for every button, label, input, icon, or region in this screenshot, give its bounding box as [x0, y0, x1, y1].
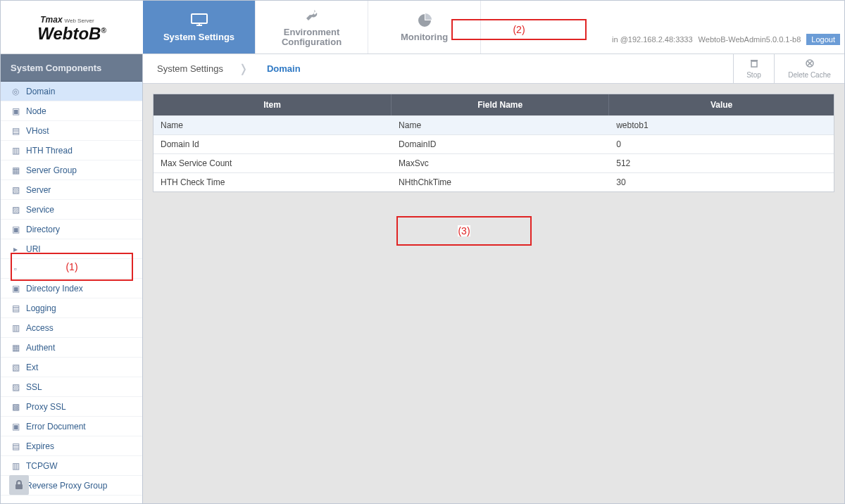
cell-field: Name [392, 116, 609, 134]
tab-environment-config[interactable]: Environment Configuration [256, 1, 368, 53]
wrench-icon [303, 8, 321, 23]
server-icon: ▧ [11, 185, 20, 195]
breadcrumb-current: Domain [251, 58, 313, 80]
lock-icon[interactable] [9, 475, 29, 495]
logout-button[interactable]: Logout [806, 34, 840, 45]
table-row[interactable]: Domain Id DomainID 0 [154, 134, 834, 153]
sidebar-item-service[interactable]: ▨Service [1, 200, 142, 220]
folder-icon: ▣ [11, 225, 20, 234]
sidebar-item-label: Authent [26, 343, 55, 353]
table-row[interactable]: Name Name webtob1 [154, 115, 834, 134]
svg-rect-2 [199, 23, 200, 25]
sidebar-item-access[interactable]: ▥Access [1, 318, 142, 338]
server-group-icon: ▦ [11, 165, 20, 175]
sidebar-item-label: Reverse Proxy Group [26, 481, 107, 491]
main-area: System Settings ❭ Domain Stop Delete Cac… [143, 54, 844, 503]
sidebar-item-label: Ext [26, 363, 38, 372]
breadcrumb-bar: System Settings ❭ Domain Stop Delete Cac… [143, 54, 844, 84]
tcpgw-icon: ▥ [11, 461, 20, 471]
ext-icon: ▧ [11, 363, 20, 372]
delete-cache-button[interactable]: Delete Cache [774, 54, 844, 83]
expires-icon: ▤ [11, 441, 20, 451]
sidebar-item-expires[interactable]: ▤Expires [1, 436, 142, 456]
sidebar-item-directory-index[interactable]: ▣Directory Index [1, 279, 142, 298]
sidebar-item-server[interactable]: ▧Server [1, 180, 142, 200]
table-row[interactable]: Max Service Count MaxSvc 512 [154, 153, 834, 172]
logo-subtitle: Web Server [65, 18, 94, 24]
product-logo: TmaxWeb Server WebtoB® [1, 1, 143, 53]
sidebar-item-error-document[interactable]: ▣Error Document [1, 417, 142, 436]
cell-item: HTH Check Time [154, 173, 392, 191]
tab-label: System Settings [163, 32, 234, 42]
logo-product: WebtoB [37, 24, 101, 43]
logo-brand: Tmax [40, 15, 62, 25]
sidebar-item-label: HTH Thread [26, 146, 73, 156]
access-icon: ▥ [11, 323, 20, 333]
error-doc-icon: ▣ [11, 422, 20, 431]
blank-icon: ▫ [11, 264, 20, 274]
service-icon: ▨ [11, 205, 20, 215]
dirindex-icon: ▣ [11, 284, 20, 294]
sidebar-item-directory[interactable]: ▣Directory [1, 220, 142, 239]
chevron-right-icon: ❭ [236, 62, 251, 75]
table-row[interactable]: HTH Check Time NHthChkTime 30 [154, 172, 834, 191]
proxy-ssl-icon: ▩ [11, 402, 20, 412]
pie-icon [415, 13, 434, 28]
sidebar-item-label: Service [26, 205, 54, 215]
uri-icon: ▸ [11, 244, 20, 254]
svg-rect-4 [751, 61, 757, 67]
cell-field: NHthChkTime [392, 173, 609, 191]
sidebar-item-authent[interactable]: ▦Authent [1, 338, 142, 358]
vhost-icon: ▤ [11, 126, 20, 136]
sidebar-item-logging[interactable]: ▤Logging [1, 298, 142, 318]
cell-value: 512 [609, 154, 834, 172]
sidebar: System Components ◎Domain ▣Node ▤VHost ▥… [1, 54, 143, 503]
stop-button[interactable]: Stop [733, 54, 774, 83]
sidebar-item-proxy-ssl[interactable]: ▩Proxy SSL [1, 397, 142, 417]
sidebar-item-label: Directory Index [26, 284, 83, 294]
login-host: in @192.168.2.48:3333 [612, 35, 693, 44]
sidebar-item-blank[interactable]: ▫ [1, 259, 142, 279]
sidebar-item-node[interactable]: ▣Node [1, 101, 142, 121]
sidebar-item-uri[interactable]: ▸URI [1, 239, 142, 259]
breadcrumb-root[interactable]: System Settings [154, 58, 236, 80]
cell-item: Domain Id [154, 135, 392, 153]
sidebar-title: System Components [1, 54, 142, 81]
sidebar-item-vhost[interactable]: ▤VHost [1, 121, 142, 141]
cell-field: DomainID [392, 135, 609, 153]
col-value: Value [609, 94, 834, 115]
sidebar-item-label: SSL [26, 382, 42, 392]
sidebar-item-label: Server Group [26, 165, 77, 175]
sidebar-item-ssl[interactable]: ▨SSL [1, 377, 142, 397]
app-version: WebtoB-WebAdmin5.0.0.1-b8 [699, 35, 801, 44]
ssl-icon: ▨ [11, 382, 20, 392]
tab-monitoring[interactable]: Monitoring [368, 1, 481, 53]
node-icon: ▣ [11, 106, 20, 116]
sidebar-item-ext[interactable]: ▧Ext [1, 358, 142, 377]
sidebar-item-hth-thread[interactable]: ▥HTH Thread [1, 141, 142, 160]
auth-icon: ▦ [11, 343, 20, 353]
sidebar-item-label: Expires [26, 441, 54, 451]
tab-system-settings[interactable]: System Settings [143, 1, 256, 53]
tab-label: Environment Configuration [256, 27, 368, 47]
svg-rect-0 [192, 14, 207, 23]
sidebar-item-label: Logging [26, 303, 56, 313]
cell-item: Name [154, 116, 392, 134]
sidebar-item-domain[interactable]: ◎Domain [1, 82, 142, 101]
sidebar-item-label: Domain [26, 87, 55, 96]
sidebar-item-tcpgw[interactable]: ▥TCPGW [1, 456, 142, 476]
cell-value: webtob1 [609, 116, 834, 134]
sidebar-item-server-group[interactable]: ▦Server Group [1, 160, 142, 180]
logo-reg: ® [101, 27, 106, 34]
action-label: Stop [746, 71, 761, 79]
delete-cache-icon [805, 58, 815, 70]
tab-label: Monitoring [401, 32, 448, 42]
cell-value: 0 [609, 135, 834, 153]
top-tabs: System Settings Environment Configuratio… [143, 1, 481, 53]
domain-icon: ◎ [11, 87, 20, 96]
svg-rect-5 [751, 60, 758, 61]
table-header: Item Field Name Value [154, 94, 834, 115]
sidebar-item-label: Node [26, 106, 46, 116]
sidebar-item-label: VHost [26, 126, 49, 136]
col-item: Item [154, 94, 392, 115]
